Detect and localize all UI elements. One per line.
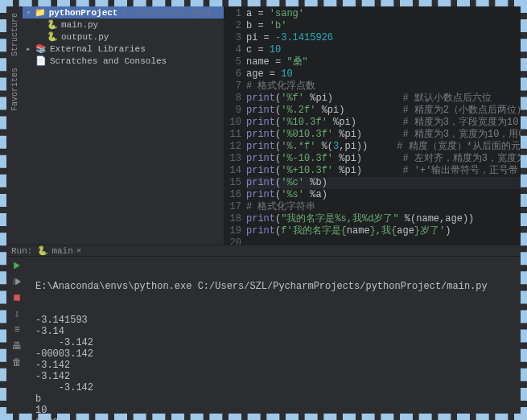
rerun-button[interactable] [11,276,23,287]
output-line: 10 [35,405,516,416]
code-line[interactable]: print('%f' %pi) # 默认小数点后六位 [246,93,521,105]
file-label: output.py [61,32,109,42]
library-icon: 📚 [35,43,47,54]
layout-icon[interactable]: ≡ [11,324,23,336]
run-toolbar: ⇩ ≡ 🖶 🗑 [6,257,27,420]
trash-icon[interactable]: 🗑 [11,356,23,368]
output-line: sang [35,416,516,420]
python-file-icon: 🐍 [47,31,58,42]
output-line: b [35,393,516,405]
output-line: -3.142 [35,382,516,393]
file-label: main.py [61,20,98,30]
run-tab-main[interactable]: 🐍 main × [37,245,81,256]
project-name: pythonProject [49,8,118,18]
output-line: -3.142 [35,360,516,371]
project-root[interactable]: ▾ 📁 pythonProject C:\Users\SZL\PycharmPr… [23,6,224,19]
code-line[interactable]: # 格式化字符串 [246,201,521,213]
left-tool-strip: Structure Favorites [6,6,23,245]
code-line[interactable]: name = "桑" [246,56,521,68]
structure-tab[interactable]: Structure [10,10,20,60]
code-line[interactable]: print('%s' %a) [246,189,521,201]
output-line: -00003.142 [35,348,516,360]
code-line[interactable]: pi = -3.1415926 [246,32,521,44]
file-main[interactable]: 🐍 main.py [23,19,224,31]
close-icon[interactable]: × [76,246,82,256]
run-button[interactable] [11,260,23,271]
svg-rect-0 [14,294,20,301]
output-line: -3.142 [35,371,516,382]
run-label: Run: [11,246,32,256]
code-line[interactable]: c = 10 [246,44,521,56]
code-line[interactable]: age = 10 [246,68,521,80]
run-output[interactable]: E:\Anaconda\envs\python.exe C:/Users/SZL… [27,257,521,420]
project-path: C:\Users\SZL\PycharmProjects\pythonPro [122,8,220,18]
project-tree[interactable]: ▾ 📁 pythonProject C:\Users\SZL\PycharmPr… [23,6,224,245]
scratches[interactable]: 📄 Scratches and Consoles [23,55,224,67]
favorites-tab[interactable]: Favorites [10,64,20,114]
code-line[interactable]: print('%10.3f' %pi) # 精度为3，字段宽度为10 [246,117,521,129]
external-libraries[interactable]: ▸ 📚 External Libraries [23,43,224,55]
print-icon[interactable]: 🖶 [11,340,23,352]
run-tab-label: main [51,246,72,256]
folder-icon: 📁 [35,7,46,18]
code-body[interactable]: a = 'sang'b = 'b'pi = -3.1415926c = 10na… [246,6,521,245]
code-line[interactable]: print('%.2f' %pi) # 精度为2（小数点后两位） [246,105,521,117]
tree-label: Scratches and Consoles [50,56,167,66]
code-line[interactable]: a = 'sang' [246,8,521,20]
python-icon: 🐍 [37,245,48,256]
run-command: E:\Anaconda\envs\python.exe C:/Users/SZL… [35,281,516,292]
output-line: -3.14 [35,326,516,337]
run-panel: Run: 🐍 main × ⇩ ≡ 🖶 🗑 E:\Anaconda\envs\p… [6,245,521,414]
stop-button[interactable] [11,292,23,303]
tree-label: External Libraries [50,44,146,54]
down-icon[interactable]: ⇩ [11,308,23,319]
code-line[interactable]: print('%c' %b) [246,177,521,189]
code-line[interactable]: print('%.*f' %(3,pi)) # 精度（宽度）*从后面的元组中读取 [246,141,521,153]
chevron-down-icon: ▾ [26,7,31,18]
code-line[interactable]: print('%-10.3f' %pi) # 左对齐，精度为3，宽度为10 [246,153,521,165]
output-line: -3.141593 [35,315,516,326]
code-line[interactable]: b = 'b' [246,20,521,32]
chevron-right-icon: ▸ [26,43,32,54]
run-tab-bar: Run: 🐍 main × [6,245,521,257]
output-line: -3.142 [35,337,516,348]
python-file-icon: 🐍 [47,19,58,30]
line-gutter: 1234567891011121314151617181920 [224,6,246,245]
code-editor[interactable]: 1234567891011121314151617181920 a = 'san… [224,6,521,245]
code-line[interactable]: # 格式化浮点数 [246,80,521,93]
code-line[interactable]: print(f'我的名字是{name},我{age}岁了') [246,225,521,237]
ide-window: Structure Favorites ▾ 📁 pythonProject C:… [0,0,527,420]
file-output[interactable]: 🐍 output.py [23,31,224,43]
code-line[interactable]: print("我的名字是%s,我%d岁了" %(name,age)) [246,213,521,225]
code-line[interactable]: print('%+10.3f' %pi) # '+'输出带符号，正号带'+'，负… [246,165,521,177]
code-line[interactable]: print('%010.3f' %pi) # 精度为3，宽度为10，用0填充空白 [246,129,521,141]
scratches-icon: 📄 [35,56,47,66]
